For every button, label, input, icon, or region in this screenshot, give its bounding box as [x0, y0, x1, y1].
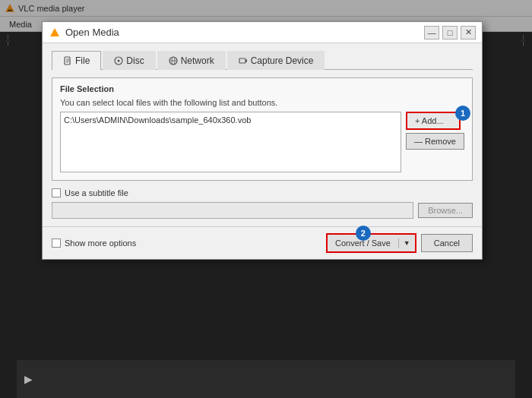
add-button-wrapper: + Add... 1 [406, 112, 464, 130]
subtitle-input-row: Browse... [52, 202, 473, 219]
file-buttons: + Add... 1 — Remove [406, 112, 464, 150]
svg-marker-2 [50, 28, 59, 36]
file-selection-desc: You can select local files with the foll… [60, 98, 464, 107]
browse-button[interactable]: Browse... [418, 203, 473, 218]
tab-capture[interactable]: Capture Device [227, 51, 325, 70]
show-more-label[interactable]: Show more options [52, 238, 136, 248]
badge-1: 1 [455, 106, 470, 121]
tab-network[interactable]: Network [157, 51, 226, 70]
add-button-label: + Add... [415, 116, 444, 125]
file-list-box[interactable]: C:\Users\ADMIN\Downloads\sample_640x360.… [60, 112, 401, 172]
footer-left: Show more options [52, 238, 136, 248]
convert-save-wrapper: Convert / Save ▼ 2 [326, 233, 416, 253]
remove-button-label: — Remove [414, 137, 456, 146]
open-media-dialog: Open Media — □ ✕ File [42, 21, 483, 260]
cancel-button[interactable]: Cancel [421, 234, 473, 252]
show-more-text: Show more options [65, 238, 136, 248]
subtitle-section: Use a subtitle file [52, 188, 473, 197]
disc-icon [114, 56, 123, 65]
badge-2: 2 [356, 226, 371, 241]
tab-file-label: File [75, 55, 90, 66]
tab-bar: File Disc Network [52, 51, 473, 70]
footer-right: Convert / Save ▼ 2 Cancel [326, 233, 473, 253]
subtitle-input[interactable] [52, 202, 413, 219]
open-media-icon [49, 27, 61, 39]
file-selection-group: File Selection You can select local file… [52, 77, 473, 181]
file-path: C:\Users\ADMIN\Downloads\sample_640x360.… [64, 115, 251, 125]
svg-point-8 [118, 60, 120, 62]
dialog-minimize-button[interactable]: — [424, 26, 439, 39]
file-selection-label: File Selection [60, 84, 464, 93]
dialog-maximize-button[interactable]: □ [442, 26, 458, 39]
tab-network-label: Network [181, 55, 214, 66]
subtitle-checkbox[interactable] [52, 188, 61, 197]
file-area: C:\Users\ADMIN\Downloads\sample_640x360.… [60, 112, 464, 172]
subtitle-label-text: Use a subtitle file [65, 188, 128, 197]
tab-file[interactable]: File [52, 51, 101, 70]
convert-save-button[interactable]: Convert / Save ▼ [326, 233, 416, 253]
convert-save-arrow-icon[interactable]: ▼ [399, 238, 415, 248]
tab-capture-label: Capture Device [251, 55, 314, 66]
file-icon [63, 56, 72, 65]
capture-icon [239, 56, 248, 65]
dialog-titlebar: Open Media — □ ✕ [43, 22, 482, 43]
dialog-title-text: Open Media [65, 27, 119, 38]
dialog-title-controls: — □ ✕ [424, 26, 476, 39]
svg-rect-12 [239, 58, 245, 63]
dialog-close-button[interactable]: ✕ [461, 26, 476, 39]
dialog-footer: Show more options Convert / Save ▼ 2 Can… [43, 226, 482, 259]
tab-disc-label: Disc [126, 55, 144, 66]
subtitle-checkbox-label[interactable]: Use a subtitle file [52, 188, 128, 197]
show-more-checkbox[interactable] [52, 238, 61, 248]
remove-button[interactable]: — Remove [406, 133, 464, 150]
network-icon [169, 56, 178, 65]
dialog-content: File Disc Network [43, 43, 482, 226]
dialog-title-left: Open Media [49, 27, 119, 39]
tab-disc[interactable]: Disc [103, 51, 155, 70]
add-button[interactable]: + Add... [406, 112, 461, 130]
